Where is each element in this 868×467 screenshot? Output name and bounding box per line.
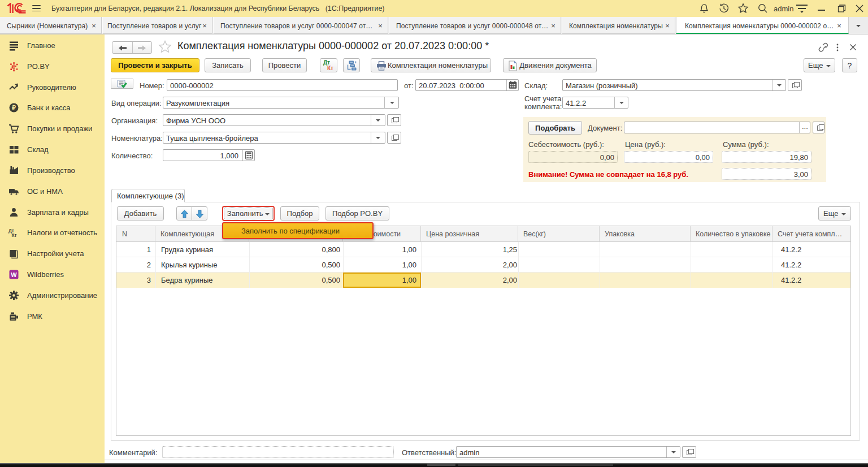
svg-text:Кт: Кт	[12, 233, 17, 238]
svg-text:W: W	[11, 271, 17, 278]
svg-text:₽: ₽	[12, 104, 16, 111]
